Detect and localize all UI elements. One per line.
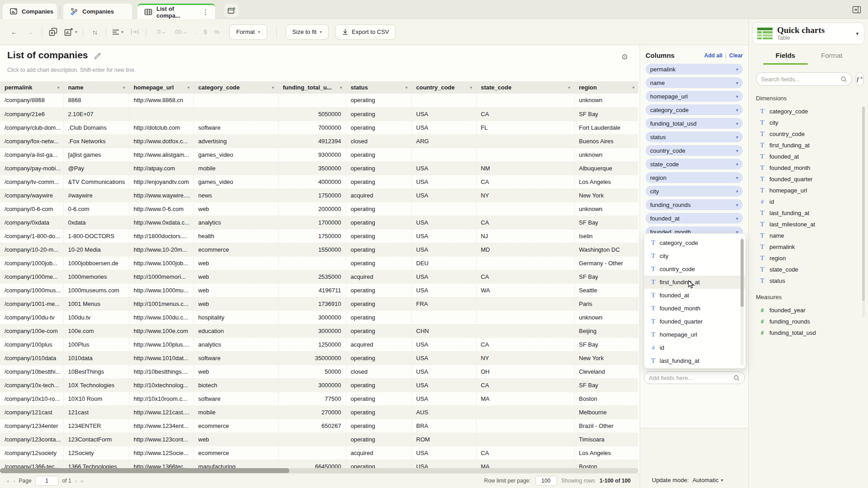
column-chip-status[interactable]: status▾ bbox=[646, 131, 743, 142]
field-item-funding_total_usd[interactable]: #funding_total_usd bbox=[756, 327, 859, 338]
last-page-button[interactable]: » bbox=[80, 478, 84, 484]
table-cell: 4000000 bbox=[278, 175, 346, 188]
field-item-status[interactable]: Tstatus bbox=[756, 275, 859, 286]
column-header-homepage_url[interactable]: homepage_url▾ bbox=[129, 81, 193, 94]
column-header-permalink[interactable]: permalink▾ bbox=[0, 81, 63, 94]
field-item-state_code[interactable]: Tstate_code bbox=[756, 264, 859, 275]
field-item-founded_at[interactable]: Tfounded_at bbox=[756, 151, 859, 162]
field-item-permalink[interactable]: Tpermalink bbox=[756, 241, 859, 253]
column-chip-state_code[interactable]: state_code▾ bbox=[646, 159, 743, 169]
format-button[interactable]: Format ▾ bbox=[229, 24, 267, 40]
dropdown-item-founded_at[interactable]: Tfounded_at bbox=[644, 289, 745, 302]
horizontal-scrollbar[interactable] bbox=[0, 468, 638, 473]
horizontal-scrollbar-thumb[interactable] bbox=[0, 468, 289, 473]
field-item-region[interactable]: Tregion bbox=[756, 253, 859, 264]
dropdown-item-last_funding_at[interactable]: Tlast_funding_at bbox=[644, 354, 745, 367]
field-item-last_funding_at[interactable]: Tlast_funding_at bbox=[756, 207, 859, 219]
column-chip-region[interactable]: region▾ bbox=[646, 172, 743, 183]
redo-button[interactable]: → bbox=[24, 25, 36, 39]
column-chip-city[interactable]: city▾ bbox=[646, 186, 743, 197]
chart-title[interactable]: List of companies bbox=[7, 50, 88, 61]
column-chip-funding_total_usd[interactable]: funding_total_usd▾ bbox=[646, 118, 743, 129]
column-header-state_code[interactable]: state_code▾ bbox=[476, 81, 574, 94]
column-chip-name[interactable]: name▾ bbox=[646, 77, 743, 88]
add-fields-box[interactable] bbox=[644, 371, 745, 384]
fields-scrollbar-thumb[interactable] bbox=[862, 107, 865, 301]
dropdown-item-country_code[interactable]: Tcountry_code bbox=[644, 263, 745, 276]
decrease-decimal-button[interactable]: .0→ bbox=[152, 28, 170, 35]
currency-format-button[interactable]: $ bbox=[200, 28, 211, 35]
dropdown-item-homepage_url[interactable]: Thomepage_url bbox=[644, 328, 745, 341]
dropdown-item-founded_month[interactable]: Tfounded_month bbox=[644, 302, 745, 315]
panel-toggle-button[interactable] bbox=[852, 5, 862, 14]
field-item-homepage_url[interactable]: Thomepage_url bbox=[756, 185, 859, 196]
search-fields-box[interactable] bbox=[756, 72, 852, 86]
column-chip-country_code[interactable]: country_code▾ bbox=[646, 145, 743, 156]
field-item-category_code[interactable]: Tcategory_code bbox=[756, 106, 859, 117]
column-header-status[interactable]: status▾ bbox=[346, 81, 411, 94]
dropdown-item-category_code[interactable]: Tcategory_code bbox=[644, 236, 745, 249]
dropdown-item-founded_quarter[interactable]: Tfounded_quarter bbox=[644, 315, 745, 328]
add-fields-input[interactable] bbox=[649, 375, 733, 381]
column-header-name[interactable]: name▾ bbox=[63, 81, 129, 94]
table-cell: USA bbox=[411, 270, 476, 283]
next-page-button[interactable]: › bbox=[75, 478, 77, 484]
field-item-name[interactable]: Tname bbox=[756, 230, 859, 241]
column-chip-homepage_url[interactable]: homepage_url▾ bbox=[646, 91, 743, 102]
dropdown-item-id[interactable]: #id bbox=[644, 341, 745, 354]
column-chip-permalink[interactable]: permalink▾ bbox=[646, 64, 743, 75]
chart-description[interactable]: Click to add chart description. Shift-en… bbox=[7, 67, 136, 73]
first-page-button[interactable]: « bbox=[6, 478, 9, 484]
row-limit-input[interactable] bbox=[535, 476, 557, 486]
sort-button[interactable]: ↑↓ bbox=[89, 25, 100, 39]
export-csv-button[interactable]: Export to CSV bbox=[335, 24, 396, 40]
page-input[interactable] bbox=[35, 476, 59, 486]
dropdown-scrollbar[interactable] bbox=[741, 237, 744, 366]
tab-list-of-companies[interactable]: List of compa... ⋮ bbox=[137, 4, 215, 19]
tab-fields[interactable]: Fields bbox=[762, 52, 809, 65]
size-to-fit-button[interactable]: Size to fit ▾ bbox=[286, 24, 329, 40]
wrap-text-button[interactable] bbox=[129, 25, 141, 39]
update-mode-select[interactable]: Automatic ▾ bbox=[693, 477, 723, 483]
tab-companies-wizard[interactable]: Companies bbox=[3, 4, 57, 19]
align-button[interactable]: ▾ bbox=[112, 25, 123, 39]
field-item-founded_quarter[interactable]: Tfounded_quarter bbox=[756, 174, 859, 185]
column-header-country_code[interactable]: country_code▾ bbox=[411, 81, 476, 94]
field-item-first_funding_at[interactable]: Tfirst_funding_at bbox=[756, 140, 859, 151]
add-all-link[interactable]: Add all bbox=[704, 52, 722, 59]
column-chip-founded_at[interactable]: founded_at▾ bbox=[646, 213, 743, 224]
add-formula-field-button[interactable]: ƒ⁺ bbox=[856, 72, 863, 86]
new-tab-button[interactable] bbox=[224, 4, 239, 17]
settings-gear-icon[interactable]: ⚙ bbox=[621, 52, 628, 62]
duplicate-chart-button[interactable] bbox=[47, 25, 59, 39]
field-item-city[interactable]: Tcity bbox=[756, 117, 859, 128]
column-header-region[interactable]: region▾ bbox=[574, 81, 638, 94]
tab-menu-icon[interactable]: ⋮ bbox=[200, 8, 209, 16]
delete-chart-button[interactable]: ▾ bbox=[64, 25, 77, 39]
percent-format-button[interactable]: % bbox=[211, 28, 223, 35]
column-chip-funding_rounds[interactable]: funding_rounds▾ bbox=[646, 199, 743, 210]
tab-companies-ql[interactable]: Companies bbox=[63, 4, 132, 19]
undo-button[interactable]: ← bbox=[8, 25, 20, 39]
edit-title-icon[interactable] bbox=[94, 52, 101, 59]
column-header-category_code[interactable]: category_code▾ bbox=[193, 81, 278, 94]
table-cell: health bbox=[193, 229, 278, 243]
field-item-founded_month[interactable]: Tfounded_month bbox=[756, 162, 859, 174]
field-item-country_code[interactable]: Tcountry_code bbox=[756, 128, 859, 140]
column-header-funding_total_u...[interactable]: funding_total_u...▾ bbox=[278, 81, 346, 94]
dropdown-scrollbar-thumb[interactable] bbox=[741, 239, 744, 307]
increase-decimal-button[interactable]: .00→ bbox=[170, 28, 191, 35]
column-chip-category_code[interactable]: category_code▾ bbox=[646, 104, 743, 115]
fields-scrollbar[interactable] bbox=[862, 107, 865, 317]
clear-link[interactable]: Clear bbox=[729, 52, 743, 59]
dropdown-item-city[interactable]: Tcity bbox=[644, 249, 745, 263]
prev-page-button[interactable]: ‹ bbox=[13, 478, 15, 484]
field-item-founded_year[interactable]: #founded_year bbox=[756, 305, 859, 316]
field-item-funding_rounds[interactable]: #funding_rounds bbox=[756, 316, 859, 327]
chart-type-selector[interactable]: Quick charts Table ▾ bbox=[752, 23, 864, 44]
field-item-last_milestone_at[interactable]: Tlast_milestone_at bbox=[756, 219, 859, 230]
search-fields-input[interactable] bbox=[761, 76, 840, 83]
tab-format[interactable]: Format bbox=[809, 52, 855, 65]
comma-format-button[interactable]: , bbox=[191, 28, 200, 35]
field-item-id[interactable]: #id bbox=[756, 196, 859, 207]
